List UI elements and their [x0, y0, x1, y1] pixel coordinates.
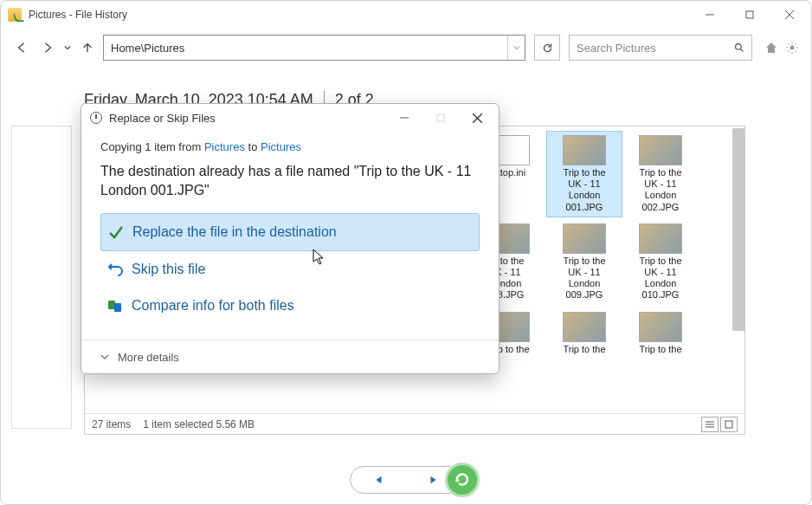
clock-icon — [90, 112, 102, 124]
back-button[interactable] — [11, 37, 32, 58]
address-bar[interactable]: Home\Pictures — [103, 35, 525, 61]
svg-rect-10 — [725, 421, 732, 428]
mouse-cursor — [313, 249, 326, 269]
dialog-title: Replace or Skip Files — [109, 112, 386, 125]
address-path: Home\Pictures — [104, 42, 507, 55]
recent-dropdown[interactable] — [63, 37, 72, 58]
previous-version-button[interactable] — [351, 467, 406, 493]
status-bar: 27 items 1 item selected 5.56 MB — [85, 413, 744, 434]
svg-point-4 — [735, 43, 741, 49]
file-item[interactable]: Trip to the — [623, 308, 698, 359]
up-button[interactable] — [77, 37, 98, 58]
selection-info: 1 item selected 5.56 MB — [143, 418, 255, 431]
source-link[interactable]: Pictures — [204, 140, 245, 153]
window-titlebar: Pictures - File History — [1, 1, 811, 29]
close-button[interactable] — [770, 1, 809, 29]
refresh-button[interactable] — [534, 35, 560, 61]
dialog-maximize-button[interactable] — [422, 105, 459, 131]
copy-progress-text: Copying 1 item from Pictures to Pictures — [100, 140, 480, 153]
checkmark-icon — [108, 224, 124, 240]
search-placeholder: Search Pictures — [570, 42, 727, 55]
destination-link[interactable]: Pictures — [261, 140, 301, 153]
app-icon — [8, 8, 22, 22]
item-count: 27 items — [92, 418, 131, 431]
address-dropdown[interactable] — [507, 36, 525, 60]
file-item[interactable]: Trip to the UK - 11 London 002.JPG — [623, 132, 698, 217]
home-icon[interactable] — [763, 39, 780, 56]
svg-rect-15 — [108, 301, 115, 309]
file-item[interactable]: Trip to the UK - 11 London 001.JPG — [547, 132, 622, 217]
file-item[interactable]: Trip to the — [547, 308, 622, 359]
svg-rect-12 — [437, 114, 444, 121]
minimize-button[interactable] — [690, 1, 730, 29]
preview-strip — [11, 126, 72, 429]
svg-line-5 — [740, 49, 743, 51]
undo-icon — [107, 262, 123, 277]
navigation-bar: Home\Pictures Search Pictures — [1, 29, 811, 67]
history-nav — [1, 463, 811, 497]
maximize-button[interactable] — [730, 1, 770, 29]
window-title: Pictures - File History — [29, 9, 690, 21]
skip-option[interactable]: Skip this file — [100, 251, 480, 288]
replace-option[interactable]: Replace the file in the destination — [100, 213, 480, 251]
replace-skip-dialog: Replace or Skip Files Copying 1 item fro… — [81, 103, 499, 374]
scrollbar[interactable] — [732, 128, 744, 331]
file-item[interactable]: Trip to the UK - 11 London 010.JPG — [623, 220, 698, 305]
forward-button[interactable] — [37, 37, 58, 58]
settings-icon[interactable] — [783, 39, 801, 56]
dialog-close-button[interactable] — [459, 105, 495, 131]
details-view-button[interactable] — [701, 417, 719, 432]
compare-icon — [107, 298, 123, 314]
restore-button[interactable] — [445, 463, 480, 497]
conflict-message: The destination already has a file named… — [100, 162, 480, 199]
svg-rect-16 — [114, 303, 121, 312]
dialog-minimize-button[interactable] — [386, 105, 422, 131]
more-details-toggle[interactable]: More details — [81, 340, 499, 373]
search-icon — [727, 42, 751, 54]
svg-rect-1 — [746, 11, 753, 18]
file-item[interactable]: Trip to the UK - 11 London 009.JPG — [547, 220, 622, 305]
svg-point-6 — [790, 46, 795, 50]
thumbnails-view-button[interactable] — [720, 417, 738, 432]
compare-option[interactable]: Compare info for both files — [100, 288, 480, 324]
search-input[interactable]: Search Pictures — [569, 35, 752, 61]
chevron-down-icon — [100, 349, 109, 365]
